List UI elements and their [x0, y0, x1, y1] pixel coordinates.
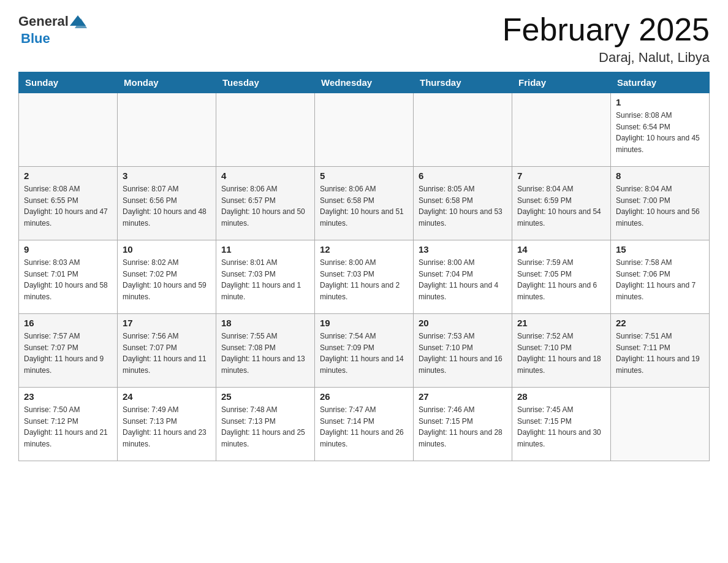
calendar-cell — [611, 388, 710, 461]
calendar-cell: 24Sunrise: 7:49 AMSunset: 7:13 PMDayligh… — [118, 388, 216, 461]
calendar-cell: 8Sunrise: 8:04 AMSunset: 7:00 PMDaylight… — [611, 167, 710, 240]
week-row-3: 9Sunrise: 8:03 AMSunset: 7:01 PMDaylight… — [19, 240, 710, 314]
calendar-cell: 21Sunrise: 7:52 AMSunset: 7:10 PMDayligh… — [512, 314, 611, 388]
day-info: Sunrise: 7:48 AMSunset: 7:13 PMDaylight:… — [221, 404, 309, 450]
calendar-cell: 26Sunrise: 7:47 AMSunset: 7:14 PMDayligh… — [315, 388, 414, 461]
calendar-cell: 10Sunrise: 8:02 AMSunset: 7:02 PMDayligh… — [118, 240, 216, 314]
day-info: Sunrise: 8:05 AMSunset: 6:58 PMDaylight:… — [419, 183, 507, 229]
day-number: 6 — [419, 170, 507, 181]
day-number: 18 — [221, 318, 309, 328]
calendar-cell: 9Sunrise: 8:03 AMSunset: 7:01 PMDaylight… — [19, 240, 118, 314]
day-number: 9 — [24, 244, 112, 255]
day-number: 11 — [221, 244, 309, 255]
location-title: Daraj, Nalut, Libya — [502, 50, 710, 66]
calendar-table: SundayMondayTuesdayWednesdayThursdayFrid… — [18, 72, 710, 461]
day-info: Sunrise: 8:04 AMSunset: 6:59 PMDaylight:… — [517, 183, 605, 229]
day-info: Sunrise: 8:03 AMSunset: 7:01 PMDaylight:… — [24, 257, 112, 302]
day-number: 20 — [419, 318, 507, 328]
logo-general-text: General — [18, 13, 69, 29]
day-info: Sunrise: 8:04 AMSunset: 7:00 PMDaylight:… — [616, 183, 704, 229]
day-info: Sunrise: 7:47 AMSunset: 7:14 PMDaylight:… — [320, 404, 408, 450]
calendar-cell: 11Sunrise: 8:01 AMSunset: 7:03 PMDayligh… — [216, 240, 315, 314]
calendar-cell: 25Sunrise: 7:48 AMSunset: 7:13 PMDayligh… — [216, 388, 315, 461]
day-number: 16 — [24, 318, 112, 328]
day-number: 19 — [320, 318, 408, 328]
day-info: Sunrise: 7:50 AMSunset: 7:12 PMDaylight:… — [24, 404, 112, 450]
header-friday: Friday — [512, 72, 611, 93]
calendar-cell — [512, 93, 611, 167]
day-number: 10 — [123, 244, 211, 255]
calendar-cell: 17Sunrise: 7:56 AMSunset: 7:07 PMDayligh… — [118, 314, 216, 388]
day-number: 28 — [517, 391, 605, 402]
week-row-1: 1Sunrise: 8:08 AMSunset: 6:54 PMDaylight… — [19, 93, 710, 167]
day-number: 13 — [419, 244, 507, 255]
day-number: 12 — [320, 244, 408, 255]
day-number: 8 — [616, 170, 704, 181]
day-info: Sunrise: 7:56 AMSunset: 7:07 PMDaylight:… — [123, 331, 211, 376]
day-number: 17 — [123, 318, 211, 328]
month-title: February 2025 — [502, 12, 710, 47]
day-number: 15 — [616, 244, 704, 255]
calendar-cell: 3Sunrise: 8:07 AMSunset: 6:56 PMDaylight… — [118, 167, 216, 240]
header-thursday: Thursday — [414, 72, 512, 93]
calendar-cell — [216, 93, 315, 167]
day-info: Sunrise: 7:46 AMSunset: 7:15 PMDaylight:… — [419, 404, 507, 450]
day-info: Sunrise: 8:08 AMSunset: 6:55 PMDaylight:… — [24, 183, 112, 229]
day-info: Sunrise: 7:49 AMSunset: 7:13 PMDaylight:… — [123, 404, 211, 450]
calendar-cell: 19Sunrise: 7:54 AMSunset: 7:09 PMDayligh… — [315, 314, 414, 388]
day-info: Sunrise: 8:02 AMSunset: 7:02 PMDaylight:… — [123, 257, 211, 302]
calendar-cell — [414, 93, 512, 167]
day-number: 3 — [123, 170, 211, 181]
day-info: Sunrise: 7:51 AMSunset: 7:11 PMDaylight:… — [616, 331, 704, 376]
calendar-cell: 23Sunrise: 7:50 AMSunset: 7:12 PMDayligh… — [19, 388, 118, 461]
day-number: 14 — [517, 244, 605, 255]
day-info: Sunrise: 7:55 AMSunset: 7:08 PMDaylight:… — [221, 331, 309, 376]
calendar-cell: 7Sunrise: 8:04 AMSunset: 6:59 PMDaylight… — [512, 167, 611, 240]
calendar-cell: 6Sunrise: 8:05 AMSunset: 6:58 PMDaylight… — [414, 167, 512, 240]
calendar-cell — [315, 93, 414, 167]
calendar-cell: 2Sunrise: 8:08 AMSunset: 6:55 PMDaylight… — [19, 167, 118, 240]
calendar-cell: 4Sunrise: 8:06 AMSunset: 6:57 PMDaylight… — [216, 167, 315, 240]
day-info: Sunrise: 8:08 AMSunset: 6:54 PMDaylight:… — [616, 110, 704, 155]
day-info: Sunrise: 7:59 AMSunset: 7:05 PMDaylight:… — [517, 257, 605, 302]
header-wednesday: Wednesday — [315, 72, 414, 93]
header-monday: Monday — [118, 72, 216, 93]
page-header: General Blue February 2025 Daraj, Nalut,… — [18, 12, 710, 66]
day-info: Sunrise: 8:06 AMSunset: 6:58 PMDaylight:… — [320, 183, 408, 229]
week-row-2: 2Sunrise: 8:08 AMSunset: 6:55 PMDaylight… — [19, 167, 710, 240]
calendar-cell: 22Sunrise: 7:51 AMSunset: 7:11 PMDayligh… — [611, 314, 710, 388]
day-number: 22 — [616, 318, 704, 328]
day-info: Sunrise: 8:01 AMSunset: 7:03 PMDaylight:… — [221, 257, 309, 302]
week-row-4: 16Sunrise: 7:57 AMSunset: 7:07 PMDayligh… — [19, 314, 710, 388]
day-info: Sunrise: 8:06 AMSunset: 6:57 PMDaylight:… — [221, 183, 309, 229]
calendar-cell: 5Sunrise: 8:06 AMSunset: 6:58 PMDaylight… — [315, 167, 414, 240]
day-number: 27 — [419, 391, 507, 402]
logo-blue-text: Blue — [21, 31, 50, 47]
logo: General Blue — [18, 12, 87, 47]
day-info: Sunrise: 7:57 AMSunset: 7:07 PMDaylight:… — [24, 331, 112, 376]
calendar-cell: 20Sunrise: 7:53 AMSunset: 7:10 PMDayligh… — [414, 314, 512, 388]
calendar-cell — [118, 93, 216, 167]
day-number: 4 — [221, 170, 309, 181]
week-row-5: 23Sunrise: 7:50 AMSunset: 7:12 PMDayligh… — [19, 388, 710, 461]
calendar-cell: 28Sunrise: 7:45 AMSunset: 7:15 PMDayligh… — [512, 388, 611, 461]
day-info: Sunrise: 7:52 AMSunset: 7:10 PMDaylight:… — [517, 331, 605, 376]
header-tuesday: Tuesday — [216, 72, 315, 93]
calendar-cell: 18Sunrise: 7:55 AMSunset: 7:08 PMDayligh… — [216, 314, 315, 388]
day-number: 23 — [24, 391, 112, 402]
day-number: 2 — [24, 170, 112, 181]
calendar-header-row: SundayMondayTuesdayWednesdayThursdayFrid… — [19, 72, 710, 93]
day-info: Sunrise: 8:07 AMSunset: 6:56 PMDaylight:… — [123, 183, 211, 229]
day-number: 24 — [123, 391, 211, 402]
title-block: February 2025 Daraj, Nalut, Libya — [502, 12, 710, 66]
day-number: 26 — [320, 391, 408, 402]
day-number: 21 — [517, 318, 605, 328]
calendar-cell: 13Sunrise: 8:00 AMSunset: 7:04 PMDayligh… — [414, 240, 512, 314]
header-sunday: Sunday — [19, 72, 118, 93]
calendar-cell: 15Sunrise: 7:58 AMSunset: 7:06 PMDayligh… — [611, 240, 710, 314]
day-info: Sunrise: 8:00 AMSunset: 7:04 PMDaylight:… — [419, 257, 507, 302]
calendar-cell: 16Sunrise: 7:57 AMSunset: 7:07 PMDayligh… — [19, 314, 118, 388]
day-info: Sunrise: 7:58 AMSunset: 7:06 PMDaylight:… — [616, 257, 704, 302]
day-number: 1 — [616, 97, 704, 107]
logo-icon — [69, 12, 87, 31]
